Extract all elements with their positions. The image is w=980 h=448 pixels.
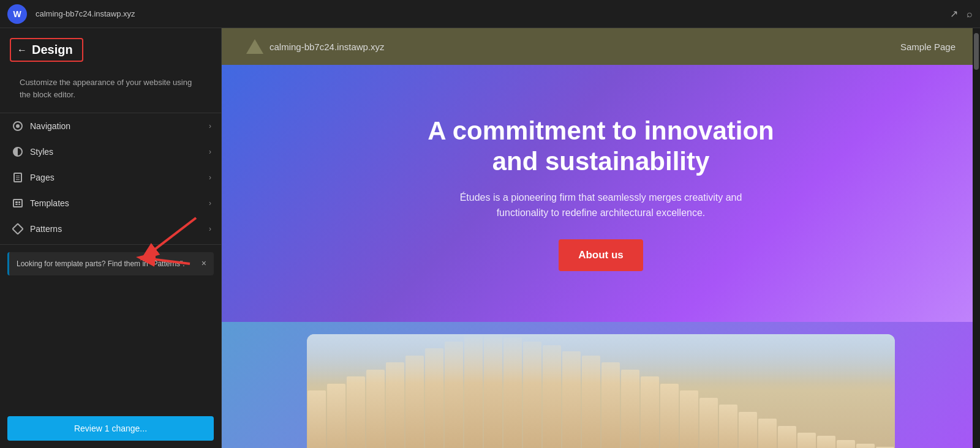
preview-area: calming-bb7c24.instawp.xyz Sample Page A… [222,28,980,448]
navigation-icon [12,120,24,132]
top-bar: W calming-bb7c24.instawp.xyz ↗ ⌕ [0,0,980,28]
building-stripe [641,376,659,448]
scrollbar[interactable] [973,28,980,448]
site-logo-area: calming-bb7c24.instawp.xyz [246,39,385,54]
building-stripe [660,384,679,449]
notice-close-button[interactable]: × [202,258,206,268]
sidebar: ← Design Customize the appearance of you… [0,28,222,448]
building-stripe [347,376,365,448]
review-changes-button[interactable]: Review 1 change... [7,416,214,441]
hero-subtitle: Études is a pioneering firm that seamles… [448,190,754,221]
wp-logo[interactable]: W [7,4,27,24]
main-layout: ← Design Customize the appearance of you… [0,28,980,448]
patterns-icon [12,223,24,235]
building-stripe [817,436,835,448]
building-sky [307,334,895,383]
sidebar-item-templates[interactable]: Templates › [0,190,221,216]
building-stripe [739,412,757,449]
building-section [222,322,980,448]
building-stripe [307,390,326,448]
building-stripe [778,426,796,449]
building-stripe [758,419,777,448]
external-link-icon[interactable]: ↗ [950,8,958,20]
sidebar-item-pages[interactable]: Pages › [0,165,221,190]
nav-label-pages: Pages [30,173,203,182]
building-stripe [327,384,345,449]
notice-text: Looking for template parts? Find them in… [17,258,197,269]
styles-icon [12,146,24,158]
building-image [307,334,895,448]
site-nav: calming-bb7c24.instawp.xyz Sample Page [222,28,980,65]
sidebar-item-navigation[interactable]: Navigation › [0,113,221,139]
site-url-topbar: calming-bb7c24.instawp.xyz [36,9,941,18]
sidebar-item-patterns[interactable]: Patterns › [0,216,221,242]
nav-label-patterns: Patterns [30,224,203,234]
chevron-right-icon: › [209,122,211,130]
sidebar-header: ← Design Customize the appearance of you… [0,28,221,113]
chevron-right-icon: › [209,147,211,156]
nav-label-navigation: Navigation [30,121,203,131]
pages-icon [12,171,24,184]
template-notice: Looking for template parts? Find them in… [7,252,214,275]
site-logo-icon [246,39,263,54]
building-stripe [699,398,718,449]
building-stripe [680,390,698,448]
sidebar-nav: Navigation › Styles › Pages › [0,113,221,409]
building-stripe [797,433,816,448]
nav-label-styles: Styles [30,147,203,157]
site-url-preview: calming-bb7c24.instawp.xyz [270,42,385,52]
hero-section: A commitment to innovation and sustainab… [222,65,980,322]
building-stripe [719,405,737,448]
sidebar-item-styles[interactable]: Styles › [0,139,221,165]
nav-label-templates: Templates [30,198,203,208]
design-title: Design [32,43,73,57]
building-stripe [856,444,875,448]
website-preview: calming-bb7c24.instawp.xyz Sample Page A… [222,28,980,448]
chevron-right-icon: › [209,173,211,182]
about-us-button[interactable]: About us [559,239,643,271]
sidebar-footer: Review 1 change... [0,409,221,448]
sample-page-link[interactable]: Sample Page [900,42,956,52]
chevron-right-icon: › [209,225,211,233]
back-design-button[interactable]: ← Design [10,38,83,62]
hero-title: A commitment to innovation and sustainab… [417,116,785,177]
building-stripe [837,440,855,449]
sidebar-description: Customize the appearance of your website… [10,69,211,108]
templates-icon [12,197,24,209]
chevron-right-icon: › [209,199,211,207]
scrollbar-thumb[interactable] [974,33,979,70]
divider [0,244,221,245]
back-arrow-icon: ← [17,45,27,56]
search-icon[interactable]: ⌕ [967,9,973,20]
